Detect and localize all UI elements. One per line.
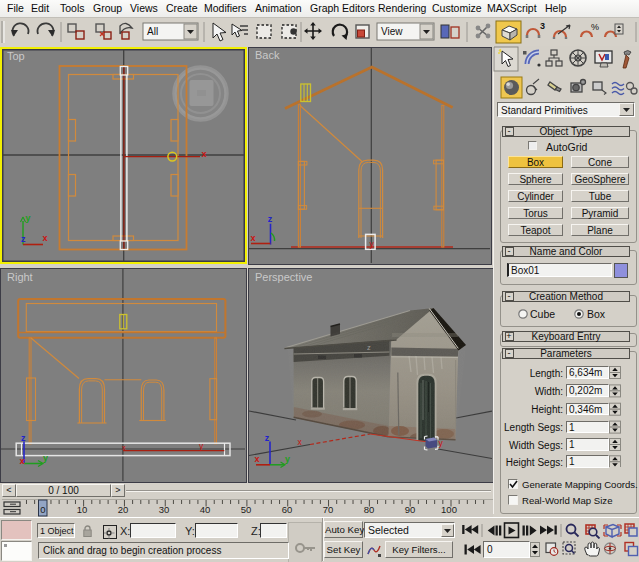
svg-text:x: x [122, 443, 126, 452]
svg-text:x: x [20, 456, 25, 466]
svg-text:x: x [298, 437, 303, 447]
svg-text:x: x [251, 233, 256, 243]
svg-text:80: 80 [364, 504, 375, 515]
svg-text:20: 20 [118, 504, 129, 515]
svg-text:0: 0 [40, 504, 45, 515]
svg-text:x: x [202, 149, 207, 159]
svg-text:%: % [591, 22, 599, 32]
svg-text:View: View [381, 26, 403, 37]
svg-text:x: x [255, 454, 260, 464]
svg-text:z: z [268, 214, 273, 224]
svg-text:70: 70 [323, 504, 334, 515]
svg-text:30: 30 [159, 504, 170, 515]
svg-text:z: z [21, 234, 26, 244]
svg-text:y: y [26, 213, 31, 223]
svg-text:40: 40 [200, 504, 211, 515]
svg-text:z: z [265, 433, 270, 443]
svg-text:90: 90 [405, 504, 416, 515]
svg-text:y: y [370, 239, 375, 249]
svg-text:3: 3 [540, 21, 545, 31]
svg-text:100: 100 [441, 504, 457, 515]
svg-text:50: 50 [241, 504, 252, 515]
svg-text:10: 10 [77, 504, 88, 515]
svg-text:y: y [43, 453, 48, 463]
svg-text:x: x [43, 233, 48, 243]
svg-text:60: 60 [282, 504, 293, 515]
svg-text:y: y [285, 454, 290, 464]
svg-text:All: All [147, 26, 158, 37]
